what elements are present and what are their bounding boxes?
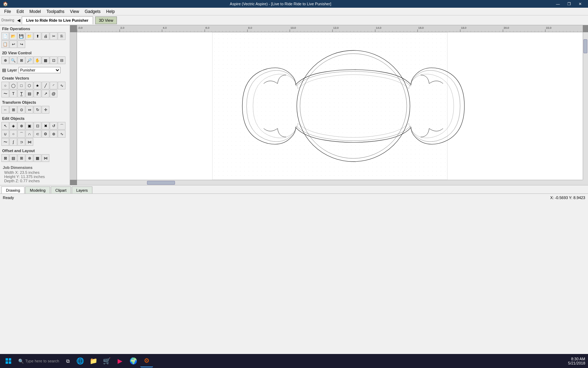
hscrollbar[interactable]: [77, 180, 583, 185]
trim-btn[interactable]: ∩: [26, 130, 33, 138]
paste-btn[interactable]: 📋: [1, 40, 9, 48]
close-vec-btn[interactable]: ○: [9, 130, 17, 138]
redo-btn[interactable]: ↪: [18, 40, 25, 48]
menu-gadgets[interactable]: Gadgets: [82, 8, 103, 15]
dogbone-btn[interactable]: ⊂: [34, 130, 41, 138]
draw-textfill-btn[interactable]: ▤: [26, 90, 33, 97]
smooth-btn[interactable]: 〜: [1, 138, 9, 146]
zoom-box-btn[interactable]: ⊞: [18, 56, 25, 64]
3d-view-tab[interactable]: 3D View: [95, 16, 117, 24]
layer-select[interactable]: Punisher: [19, 67, 61, 73]
open-recent-btn[interactable]: 📁: [26, 32, 33, 40]
offset-btn[interactable]: ⊠: [1, 154, 9, 162]
center-btn[interactable]: ⊙: [18, 106, 25, 114]
menu-toolpaths[interactable]: Toolpaths: [44, 8, 67, 15]
taskbar-explorer[interactable]: 📁: [87, 355, 100, 367]
add-node-btn[interactable]: ⊕: [18, 122, 25, 130]
fit-curve-btn[interactable]: ∫: [9, 138, 17, 146]
tab-drawing[interactable]: Drawing: [1, 186, 24, 193]
draw-textarray-btn[interactable]: ⁋: [34, 90, 41, 97]
tab-modeling[interactable]: Modeling: [25, 186, 50, 193]
tile-btn[interactable]: ▦: [34, 154, 41, 162]
draw-rect-btn[interactable]: □: [18, 82, 25, 89]
canvas[interactable]: [77, 32, 583, 180]
zoom-extents-btn[interactable]: ⊕: [1, 56, 9, 64]
drawing-area[interactable]: -0.02.04.06.08.010.012.014.016.018.020.0…: [70, 25, 588, 185]
view-dims-btn[interactable]: ⊟: [58, 56, 65, 64]
drawing-canvas[interactable]: [77, 32, 583, 180]
menu-edit[interactable]: Edit: [14, 8, 27, 15]
distort-btn[interactable]: ⋈: [26, 138, 33, 146]
minimize-btn[interactable]: —: [553, 1, 563, 7]
menu-model[interactable]: Model: [27, 8, 44, 15]
taskbar-edge[interactable]: 🌐: [74, 355, 86, 367]
hscroll-thumb[interactable]: [147, 181, 175, 185]
menu-view[interactable]: View: [67, 8, 82, 15]
print-btn[interactable]: 🖨: [42, 32, 49, 40]
pan-btn[interactable]: ✋: [34, 56, 41, 64]
join-open-btn[interactable]: ⚙: [42, 130, 49, 138]
weld-btn[interactable]: ✖: [42, 122, 49, 130]
zoom-out-btn[interactable]: 🔎: [26, 56, 33, 64]
panel-toggle-icon[interactable]: ◀: [17, 18, 20, 23]
task-view-btn[interactable]: ⧉: [63, 355, 72, 367]
snap-btn[interactable]: ⊡: [50, 56, 57, 64]
tab-clipart[interactable]: Clipart: [51, 186, 71, 193]
restore-btn[interactable]: ❐: [564, 1, 574, 7]
snap-nodes-btn[interactable]: ⊛: [50, 130, 57, 138]
simplify-btn[interactable]: ∿: [58, 130, 65, 138]
draw-text-btn[interactable]: T: [9, 90, 17, 97]
resize-btn[interactable]: ⊞: [9, 106, 17, 114]
curvature-btn[interactable]: ∪: [1, 130, 9, 138]
tab-layers[interactable]: Layers: [72, 186, 92, 193]
draw-ellipse-btn[interactable]: ◯: [9, 82, 17, 89]
smart-smooth-btn[interactable]: ⌒: [58, 122, 65, 130]
shadow-btn[interactable]: ▤: [9, 154, 17, 162]
transform-more-btn[interactable]: ✛: [42, 106, 49, 114]
open-btn[interactable]: 📂: [9, 32, 17, 40]
select-btn[interactable]: ↖: [1, 122, 9, 130]
arc-fit-btn[interactable]: ⊃: [18, 138, 25, 146]
copy-btn[interactable]: ⎘: [58, 32, 65, 40]
undo-btn[interactable]: ↩: [9, 40, 17, 48]
rotate-dup-btn[interactable]: ↺: [50, 122, 57, 130]
vscrollbar[interactable]: [583, 32, 588, 180]
taskbar-aspire[interactable]: ⚙: [140, 355, 153, 367]
draw-bezier-btn[interactable]: ↗: [42, 90, 49, 97]
draw-wave-btn[interactable]: 〜: [1, 90, 9, 97]
extend-vec-btn[interactable]: ⌒: [18, 130, 25, 138]
draw-circle-btn[interactable]: ○: [1, 82, 9, 89]
save-btn[interactable]: 💾: [18, 32, 25, 40]
ungroup-btn[interactable]: ⊡: [34, 122, 41, 130]
menu-help[interactable]: Help: [103, 8, 118, 15]
rotate-btn[interactable]: ↻: [34, 106, 41, 114]
start-btn[interactable]: [3, 355, 14, 367]
view-grid-btn[interactable]: ▦: [42, 56, 49, 64]
vscroll-thumb[interactable]: [583, 39, 587, 53]
search-btn[interactable]: 🔍 Type here to search: [15, 355, 62, 367]
nesting-btn[interactable]: ⊗: [26, 154, 33, 162]
zoom-in-btn[interactable]: 🔍: [9, 56, 17, 64]
node-edit-btn[interactable]: ◈: [9, 122, 17, 130]
draw-textpath-btn[interactable]: T̲: [18, 90, 25, 97]
mirror-btn[interactable]: ⇔: [26, 106, 33, 114]
draw-star-btn[interactable]: ★: [34, 82, 41, 89]
jigsaw-btn[interactable]: ⋈: [42, 154, 49, 162]
taskbar-media[interactable]: ▶: [114, 355, 126, 367]
draw-spiro-btn[interactable]: ∿: [58, 82, 65, 89]
cut-btn[interactable]: ✂: [50, 32, 57, 40]
draw-line-btn[interactable]: ╱: [42, 82, 49, 89]
layout-btn[interactable]: ⊞: [18, 154, 25, 162]
doc-tab[interactable]: Live to Ride Ride to Live Punisher: [22, 16, 93, 24]
new-file-btn[interactable]: 📄: [1, 32, 9, 40]
group-btn[interactable]: ▣: [26, 122, 33, 130]
search-placeholder[interactable]: Type here to search: [25, 359, 59, 363]
move-btn[interactable]: ↔: [1, 106, 9, 114]
draw-arc-btn[interactable]: ◜: [50, 82, 57, 89]
draw-polygon-btn[interactable]: ⬡: [26, 82, 33, 89]
menu-file[interactable]: File: [1, 8, 14, 15]
taskbar-store[interactable]: 🛒: [100, 355, 113, 367]
draw-spiral-btn[interactable]: @: [50, 90, 57, 97]
import-btn[interactable]: ⬆: [34, 32, 41, 40]
taskbar-chrome[interactable]: 🌍: [127, 355, 140, 367]
